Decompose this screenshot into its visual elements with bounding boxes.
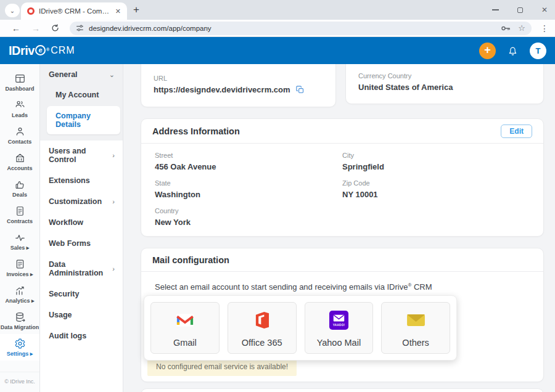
back-button[interactable]: ← xyxy=(12,23,20,33)
copyright-text: © IDrive Inc. xyxy=(0,372,39,392)
contracts-icon xyxy=(14,205,26,217)
nav-leads[interactable]: Leads xyxy=(0,96,39,122)
currency-country-label: Currency Country xyxy=(358,72,531,80)
browser-tabstrip: ⌄ IDrive® CRM - Company Detail ✕ + ✕ xyxy=(0,0,555,20)
nav-data-migration[interactable]: Data Migration xyxy=(0,308,39,334)
dashboard-icon xyxy=(14,73,26,84)
nav-dashboard[interactable]: Dashboard xyxy=(0,69,39,96)
deals-icon xyxy=(14,179,26,190)
svg-text:YAHOO!: YAHOO! xyxy=(333,324,345,327)
mail-section-title: Mail configuration xyxy=(152,255,229,265)
provider-office365[interactable]: Office 365 xyxy=(228,302,297,354)
logo-crm-text: CRM xyxy=(51,45,75,56)
nav-contacts[interactable]: Contacts xyxy=(0,122,39,149)
password-key-icon[interactable] xyxy=(501,24,511,33)
sidebar-item-web-forms[interactable]: Web Forms xyxy=(40,233,123,254)
sales-icon xyxy=(14,232,26,243)
sidebar-item-usage[interactable]: Usage xyxy=(40,304,123,325)
provider-gmail[interactable]: Gmail xyxy=(150,302,220,354)
company-url-value: https://designdev.devidrivecrm.com xyxy=(154,85,290,94)
forward-button[interactable]: → xyxy=(31,23,40,33)
main-content: URL https://designdev.devidrivecrm.com C… xyxy=(123,64,555,392)
window-maximize-button[interactable] xyxy=(517,7,523,13)
sidebar-item-customization[interactable]: Customization › xyxy=(40,191,123,212)
address-field-zip: Zip Code NY 10001 xyxy=(342,179,530,199)
data-migration-icon xyxy=(14,311,26,323)
nav-invoices[interactable]: Invoices ▸ xyxy=(0,255,39,281)
window-close-button[interactable]: ✕ xyxy=(541,6,548,14)
nav-accounts[interactable]: Accounts xyxy=(0,149,39,175)
site-settings-icon[interactable] xyxy=(76,24,84,32)
primary-nav-rail: Dashboard Leads Contacts Accounts Deals … xyxy=(0,64,40,392)
others-mail-icon xyxy=(406,303,426,338)
idrive-favicon-icon xyxy=(27,7,35,15)
address-information-card: Address Information Edit Street 456 Oak … xyxy=(141,118,544,237)
nav-analytics[interactable]: Analytics ▸ xyxy=(0,281,39,308)
settings-gear-icon xyxy=(14,338,26,349)
chevron-down-icon: ⌄ xyxy=(109,71,115,79)
nav-contracts[interactable]: Contracts xyxy=(0,202,39,228)
sidebar-group-general: General ⌄ My Account Company Details xyxy=(40,64,123,141)
nav-sales[interactable]: Sales ▸ xyxy=(0,228,39,255)
gmail-icon xyxy=(176,303,194,338)
url-text[interactable]: designdev.idrivecrm.com/app/company xyxy=(89,25,496,32)
address-section-title: Address Information xyxy=(152,126,240,136)
reload-button[interactable] xyxy=(51,24,59,32)
logo-text: IDriv xyxy=(9,44,35,58)
email-provider-popup: Gmail Office 365 YAHOO! Yahoo Mail xyxy=(144,295,457,361)
currency-country-card: Currency Country United States of Americ… xyxy=(345,64,544,104)
analytics-icon xyxy=(14,285,26,296)
notifications-bell-icon[interactable] xyxy=(507,45,519,57)
no-email-service-notice: No configured email service is available… xyxy=(147,359,297,376)
leads-icon xyxy=(14,99,26,111)
idrive-crm-logo: IDriv e ® CRM xyxy=(9,44,75,58)
logo-e-ring-icon: e xyxy=(35,45,46,55)
address-field-street: Street 456 Oak Avenue xyxy=(155,152,342,171)
settings-sidebar: General ⌄ My Account Company Details Use… xyxy=(40,64,123,392)
sidebar-item-extensions[interactable]: Extensions xyxy=(40,170,123,191)
copy-icon[interactable] xyxy=(295,85,305,94)
chevron-right-icon: › xyxy=(112,265,115,272)
sidebar-item-general[interactable]: General ⌄ xyxy=(40,64,123,85)
yahoo-mail-icon: YAHOO! xyxy=(329,303,349,338)
chevron-right-icon: › xyxy=(112,198,115,205)
browser-toolbar: ← → designdev.idrivecrm.com/app/company … xyxy=(0,20,555,37)
quick-add-button[interactable]: + xyxy=(479,43,496,59)
address-field-city: City Springfield xyxy=(342,152,530,171)
office365-icon xyxy=(254,303,269,338)
sidebar-item-my-account[interactable]: My Account xyxy=(40,85,123,105)
sidebar-item-users-and-control[interactable]: Users and Control › xyxy=(40,141,123,170)
sidebar-item-workflow[interactable]: Workflow xyxy=(40,212,123,233)
browser-tab[interactable]: IDrive® CRM - Company Detail ✕ xyxy=(21,2,127,20)
window-minimize-button[interactable] xyxy=(492,9,499,10)
sidebar-item-audit-logs[interactable]: Audit logs xyxy=(40,325,123,346)
nav-deals[interactable]: Deals xyxy=(0,175,39,202)
chevron-right-icon: › xyxy=(112,152,115,159)
sidebar-item-data-administration[interactable]: Data Administration › xyxy=(40,254,123,284)
bookmark-star-icon[interactable]: ☆ xyxy=(518,23,525,33)
new-tab-button[interactable]: + xyxy=(133,4,139,16)
address-field-state: State Washington xyxy=(155,179,342,199)
address-field-country: Country New York xyxy=(155,207,342,227)
nav-settings[interactable]: Settings ▸ xyxy=(0,334,39,361)
mail-configuration-card: Mail configuration Select an email accou… xyxy=(141,248,544,382)
provider-yahoo-mail[interactable]: YAHOO! Yahoo Mail xyxy=(305,302,374,354)
tab-search-button[interactable]: ⌄ xyxy=(5,4,20,17)
url-field-label: URL xyxy=(154,75,323,82)
sidebar-item-company-details[interactable]: Company Details xyxy=(47,106,120,134)
tab-close-icon[interactable]: ✕ xyxy=(114,7,122,15)
address-bar[interactable]: designdev.idrivecrm.com/app/company ☆ xyxy=(70,22,532,35)
browser-menu-icon[interactable]: ⋮ xyxy=(540,23,549,33)
next-section-card xyxy=(141,388,544,392)
logo-registered-mark: ® xyxy=(46,47,49,52)
provider-others[interactable]: Others xyxy=(381,302,450,354)
accounts-icon xyxy=(14,152,26,164)
app-header: IDriv e ® CRM + T xyxy=(0,37,555,64)
company-url-card: URL https://designdev.devidrivecrm.com xyxy=(141,64,336,107)
user-avatar[interactable]: T xyxy=(530,43,546,59)
edit-address-button[interactable]: Edit xyxy=(501,125,532,138)
sidebar-item-security[interactable]: Security xyxy=(40,284,123,304)
tab-title: IDrive® CRM - Company Detail xyxy=(39,7,110,15)
mail-subtitle: Select an email account to start sending… xyxy=(141,272,543,295)
currency-country-value: United States of America xyxy=(358,83,453,92)
